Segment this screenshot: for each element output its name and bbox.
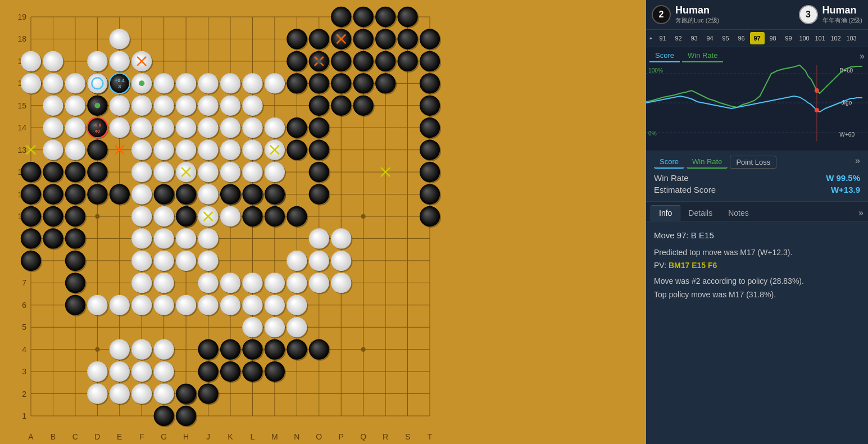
move-num-96[interactable]: 96 — [734, 32, 749, 44]
move-num-101[interactable]: 101 — [813, 32, 828, 44]
chart-area: Score Win Rate » 100% 0% B+60 -Jigo W+60 — [646, 47, 868, 151]
move-num-102[interactable]: 102 — [829, 32, 843, 44]
pv-line: PV: BM17 E15 F6 — [654, 259, 860, 273]
sp-tab-pointloss[interactable]: Point Loss — [730, 156, 776, 169]
black-player-number: 2 — [652, 5, 671, 24]
white-player-block: 3 Human 年年有渔 (2级) — [799, 4, 863, 25]
chart-svg-area: 100% 0% B+60 -Jigo W+60 — [646, 62, 868, 144]
white-player-info: Human 年年有渔 (2级) — [822, 4, 863, 25]
right-panel: 2 Human 奔跑的Luc (2级) 3 Human 年年有渔 (2级) • … — [646, 0, 868, 444]
pv-label: PV: — [654, 261, 666, 270]
score-panel: Score Win Rate Point Loss » Win Rate W 9… — [646, 151, 868, 202]
move-num-103[interactable]: 103 — [844, 32, 859, 44]
board-canvas[interactable] — [0, 0, 646, 444]
estimated-score-row: Estimated Score W+13.9 — [654, 185, 860, 194]
move-num-94[interactable]: 94 — [703, 32, 717, 44]
score-panel-tabs: Score Win Rate Point Loss » — [654, 156, 860, 169]
move-strip: • 919293949596979899100101102103 — [646, 30, 868, 47]
sp-tab-score[interactable]: Score — [654, 156, 684, 169]
svg-text:0%: 0% — [648, 130, 657, 137]
predicted-text: Predicted top move was M17 (W+12.3). — [654, 246, 860, 260]
pv-moves[interactable]: BM17 E15 F6 — [669, 261, 717, 270]
white-player-name: Human — [822, 4, 863, 16]
chart-tab-score[interactable]: Score — [649, 49, 680, 62]
black-player-info: Human 奔跑的Luc (2级) — [675, 4, 719, 25]
move-num-100[interactable]: 100 — [797, 32, 812, 44]
move-label: Move 97: B E15 — [654, 228, 860, 243]
chart-expand-icon[interactable]: » — [860, 51, 865, 61]
move-num-92[interactable]: 92 — [671, 32, 686, 44]
estimated-score-label: Estimated Score — [654, 185, 716, 194]
chart-svg: 100% 0% B+60 -Jigo W+60 — [646, 62, 868, 144]
move-num-97[interactable]: 97 — [750, 32, 765, 44]
info-content: Move 97: B E15 Predicted top move was M1… — [646, 221, 868, 444]
players-header: 2 Human 奔跑的Luc (2级) 3 Human 年年有渔 (2级) — [646, 0, 868, 30]
sp-tab-winrate[interactable]: Win Rate — [687, 156, 728, 169]
move-strip-dots: • — [649, 34, 652, 43]
policy-text-2: Top policy move was M17 (31.8%). — [654, 288, 860, 302]
tab-notes[interactable]: Notes — [720, 206, 757, 220]
estimated-score-value: W+13.9 — [831, 185, 860, 194]
move-num-93[interactable]: 93 — [687, 32, 702, 44]
tab-info[interactable]: Info — [651, 205, 680, 221]
win-rate-label: Win Rate — [654, 173, 689, 183]
move-num-98[interactable]: 98 — [766, 32, 780, 44]
chart-tabs: Score Win Rate » — [646, 47, 868, 62]
white-player-number: 3 — [799, 5, 818, 24]
info-expand-icon[interactable]: » — [858, 208, 864, 218]
win-rate-value: W 99.5% — [826, 173, 860, 183]
black-player-name: Human — [675, 4, 719, 16]
svg-text:W+60: W+60 — [839, 132, 855, 138]
win-rate-row: Win Rate W 99.5% — [654, 173, 860, 183]
black-player-block: 2 Human 奔跑的Luc (2级) — [652, 4, 719, 25]
move-num-99[interactable]: 99 — [781, 32, 796, 44]
white-player-subtitle: 年年有渔 (2级) — [822, 16, 863, 25]
go-board — [0, 0, 646, 444]
move-num-91[interactable]: 91 — [656, 32, 670, 44]
move-num-95[interactable]: 95 — [719, 32, 733, 44]
sp-expand-icon[interactable]: » — [855, 156, 860, 169]
svg-text:100%: 100% — [648, 67, 663, 74]
policy-text-1: Move was #2 according to policy (28.83%)… — [654, 275, 860, 288]
black-player-subtitle: 奔跑的Luc (2级) — [675, 16, 719, 25]
info-tabs-bar: Info Details Notes » — [646, 202, 868, 221]
tab-details[interactable]: Details — [680, 206, 720, 220]
chart-tab-winrate[interactable]: Win Rate — [682, 49, 723, 62]
